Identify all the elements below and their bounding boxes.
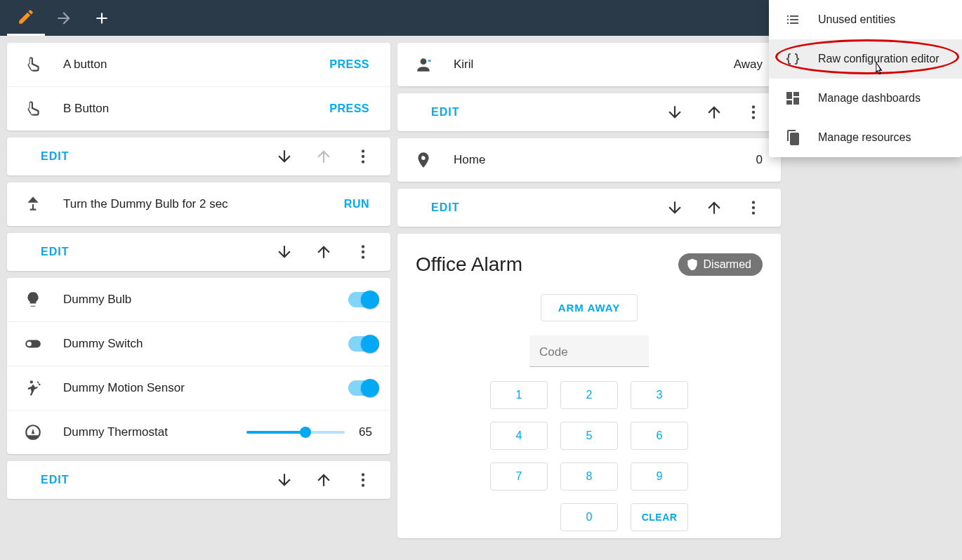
overflow-menu-button[interactable] — [354, 471, 372, 489]
tab-add[interactable] — [83, 0, 121, 36]
press-button[interactable]: PRESS — [322, 98, 376, 119]
zone-name: Home — [454, 153, 756, 167]
keypad-7[interactable]: 7 — [490, 462, 548, 491]
entity-row-motion[interactable]: Dummy Motion Sensor — [7, 366, 390, 410]
button-label: B Button — [63, 102, 322, 116]
svg-point-2 — [362, 160, 364, 163]
right-column: Kiril Away EDIT Home 0 EDIT — [397, 43, 781, 538]
keypad-clear[interactable]: CLEAR — [631, 503, 688, 531]
move-up-button[interactable] — [315, 243, 333, 261]
person-row[interactable]: Kiril Away — [397, 43, 781, 86]
keypad-8[interactable]: 8 — [560, 462, 618, 491]
move-down-button[interactable] — [275, 243, 294, 261]
press-button[interactable]: PRESS — [322, 54, 376, 75]
move-up-button[interactable] — [705, 199, 723, 217]
menu-manage-resources[interactable]: Manage resources — [769, 118, 962, 157]
card-edit-bar: EDIT — [397, 189, 781, 227]
svg-point-1 — [362, 155, 364, 158]
arm-away-button[interactable]: ARM AWAY — [541, 294, 638, 321]
keypad-4[interactable]: 4 — [490, 422, 548, 450]
toggle-switch[interactable] — [348, 380, 376, 396]
entity-row-switch[interactable]: Dummy Switch — [7, 321, 390, 366]
dots-vertical-icon — [744, 199, 763, 217]
entity-label: Dummy Motion Sensor — [63, 381, 348, 395]
alarm-card: Office Alarm Disarmed ARM AWAY Code 1 2 … — [397, 234, 781, 538]
thermostat-icon — [21, 420, 45, 444]
move-down-button[interactable] — [275, 471, 294, 489]
move-down-button[interactable] — [666, 103, 684, 121]
entity-row-thermostat[interactable]: Dummy Thermostat 65 — [7, 410, 390, 454]
svg-point-7 — [362, 473, 364, 476]
button-row-a[interactable]: A button PRESS — [7, 43, 390, 86]
menu-item-label: Manage dashboards — [818, 92, 921, 105]
left-column: A button PRESS B Button PRESS EDIT — [7, 43, 390, 538]
svg-point-8 — [362, 479, 364, 481]
code-input[interactable]: Code — [529, 335, 649, 367]
menu-item-label: Raw configuration editor — [818, 53, 940, 65]
move-up-button[interactable] — [315, 471, 333, 489]
overflow-menu-button[interactable] — [354, 243, 372, 261]
menu-item-label: Unused entities — [818, 13, 895, 26]
keypad-2[interactable]: 2 — [560, 381, 618, 409]
keypad-6[interactable]: 6 — [631, 422, 688, 450]
tab-edit[interactable] — [7, 0, 45, 36]
arrow-down-icon — [275, 147, 294, 166]
toggle-switch[interactable] — [348, 336, 376, 352]
arrow-up-icon — [705, 103, 723, 121]
thermostat-value: 65 — [359, 425, 376, 439]
overflow-menu: Unused entities Raw configuration editor… — [769, 0, 962, 157]
move-down-button[interactable] — [275, 147, 294, 166]
menu-unused-entities[interactable]: Unused entities — [769, 0, 962, 39]
move-up-button — [315, 147, 333, 166]
overflow-menu-button[interactable] — [744, 103, 763, 121]
buttons-card: A button PRESS B Button PRESS — [7, 43, 390, 131]
move-down-button[interactable] — [666, 199, 684, 217]
keypad-1[interactable]: 1 — [490, 381, 548, 409]
plus-icon — [93, 9, 111, 27]
menu-item-label: Manage resources — [818, 131, 911, 144]
script-row[interactable]: Turn the Dummy Bulb for 2 sec RUN — [7, 182, 390, 226]
arrow-up-icon — [705, 199, 723, 217]
arrow-down-icon — [666, 103, 684, 121]
edit-button[interactable]: EDIT — [41, 474, 69, 486]
svg-point-15 — [752, 206, 755, 209]
zone-row[interactable]: Home 0 — [397, 138, 781, 182]
svg-point-11 — [752, 105, 755, 108]
keypad-3[interactable]: 3 — [631, 381, 688, 409]
alarm-title: Office Alarm — [416, 253, 522, 276]
alarm-status-text: Disarmed — [704, 258, 751, 271]
edit-button[interactable]: EDIT — [41, 246, 69, 258]
edit-button[interactable]: EDIT — [431, 201, 459, 214]
pencil-icon — [17, 8, 35, 26]
edit-button[interactable]: EDIT — [41, 150, 69, 163]
keypad-0[interactable]: 0 — [560, 503, 618, 531]
arrow-down-icon — [275, 471, 294, 489]
map-marker-icon — [411, 148, 435, 172]
svg-point-0 — [362, 149, 364, 152]
button-row-b[interactable]: B Button PRESS — [7, 86, 390, 131]
overflow-menu-button[interactable] — [744, 199, 763, 217]
arrow-up-icon — [315, 471, 333, 489]
svg-point-4 — [362, 251, 364, 253]
run-button[interactable]: RUN — [337, 194, 376, 215]
dashboard-icon — [784, 90, 801, 107]
entity-row-bulb[interactable]: Dummy Bulb — [7, 278, 390, 321]
card-edit-bar: EDIT — [7, 461, 390, 499]
overflow-menu-button[interactable] — [354, 147, 372, 166]
keypad-9[interactable]: 9 — [631, 462, 688, 491]
gesture-tap-icon — [21, 97, 45, 121]
menu-manage-dashboards[interactable]: Manage dashboards — [769, 79, 962, 118]
tab-next[interactable] — [45, 0, 83, 36]
lamp-icon — [21, 192, 45, 216]
edit-button[interactable]: EDIT — [431, 106, 459, 119]
arrow-down-icon — [275, 243, 294, 261]
toggle-switch[interactable] — [348, 292, 376, 307]
zone-value: 0 — [756, 153, 767, 167]
keypad-5[interactable]: 5 — [560, 422, 618, 450]
dots-vertical-icon — [354, 147, 372, 166]
move-up-button[interactable] — [705, 103, 723, 121]
thermostat-slider[interactable] — [246, 431, 345, 434]
menu-raw-config-editor[interactable]: Raw configuration editor — [769, 39, 962, 79]
svg-point-16 — [752, 211, 755, 214]
person-name: Kiril — [454, 58, 734, 72]
